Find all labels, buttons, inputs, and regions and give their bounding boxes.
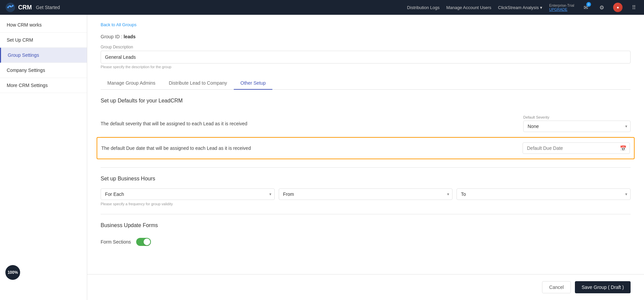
group-id-value: leads [123,34,136,39]
due-date-input-wrapper: 📅 [523,142,630,154]
grid-menu-button[interactable]: ⠿ [629,3,639,12]
section2-title: Set up Business Hours [101,176,631,182]
sidebar-item-label: Group Settings [8,52,39,58]
toggle-thumb [144,239,150,245]
form-sections-toggle[interactable] [136,238,151,246]
top-navigation: CRM Get Started Distribution Logs Manage… [0,0,644,15]
sidebar-item-set-up-crm[interactable]: Set Up CRM [0,33,87,48]
clickstream-chevron: ▾ [540,5,542,10]
footer-bar: Cancel Save Group ( Draft ) [87,274,644,300]
tab-label: Distribute Lead to Company [169,80,227,86]
section3-title: Business Update Forms [101,222,631,228]
sidebar-item-more-crm-settings[interactable]: More CRM Settings [0,78,87,93]
sidebar-item-how-crm-works[interactable]: How CRM works [0,17,87,33]
group-id-row: Group ID : leads [101,34,631,39]
settings-button[interactable]: ⚙ [597,3,606,12]
avatar-icon: ● [616,5,619,10]
due-date-input[interactable] [523,142,630,154]
from-select-container: From ▾ [279,188,453,200]
main-content: Back to All Groups Group ID : leads Grou… [87,15,644,300]
tab-content: Set up Defaults for your LeadCRM The def… [101,90,631,257]
sidebar-item-group-settings[interactable]: Group Settings [0,48,87,63]
grid-icon: ⠿ [632,4,636,11]
save-group-button[interactable]: Save Group ( Draft ) [575,281,631,293]
clickstream-label: ClickStream Analysis [498,5,539,10]
for-each-wrapper: For Each ▾ [101,188,275,200]
severity-setting-row: The default severity that will be assign… [101,111,631,137]
manage-account-users-link[interactable]: Manage Account Users [446,5,491,10]
sidebar: How CRM works Set Up CRM Group Settings … [0,15,87,300]
section1-title: Set up Defaults for your LeadCRM [101,98,631,104]
notification-badge: 0 [586,2,591,7]
crm-logo-icon [5,2,15,12]
logo[interactable]: CRM [5,2,32,12]
upgrade-section: Enterprise-Trial UPGRADE [549,3,574,11]
tab-other-setup[interactable]: Other Setup [234,77,273,90]
zoom-badge: 100% [5,265,20,280]
sidebar-item-company-settings[interactable]: Company Settings [0,63,87,78]
for-each-select[interactable]: For Each [101,188,275,200]
sidebar-item-label: Company Settings [7,68,45,73]
tab-manage-group-admins[interactable]: Manage Group Admins [101,77,162,90]
tabs-row: Manage Group Admins Distribute Lead to C… [101,77,631,90]
toggle-track [136,238,151,246]
sidebar-item-label: How CRM works [7,22,42,28]
severity-select[interactable]: None Low Medium High Critical [523,121,631,132]
svg-point-1 [7,7,9,8]
distribution-logs-link[interactable]: Distribution Logs [407,5,440,10]
group-description-field: Group Description Please specify the des… [101,45,631,69]
group-description-hint: Please specify the description for the g… [101,65,631,69]
due-date-setting-row: The default Due date that will be assign… [97,137,635,159]
to-wrapper: To ▾ [457,188,631,200]
gear-icon: ⚙ [599,4,604,11]
due-date-label: The default Due date that will be assign… [101,145,523,151]
section-divider-2 [101,214,631,214]
business-hours-hint: Please specify a frequency for group val… [101,202,631,206]
severity-select-wrapper: Default Severity None Low Medium High Cr… [523,115,631,132]
user-avatar[interactable]: ● [613,3,623,12]
for-each-select-container: For Each ▾ [101,188,275,200]
nav-right: Distribution Logs Manage Account Users C… [407,3,639,12]
group-description-label: Group Description [101,45,631,49]
enterprise-trial-label: Enterprise-Trial [549,3,574,7]
tab-label: Manage Group Admins [107,80,155,86]
page-wrapper: How CRM works Set Up CRM Group Settings … [0,0,644,300]
tab-distribute-lead[interactable]: Distribute Lead to Company [162,77,234,90]
svg-point-0 [6,3,15,12]
to-select-container: To ▾ [457,188,631,200]
svg-point-2 [12,5,14,7]
to-select[interactable]: To [457,188,631,200]
brand-name: CRM [18,4,32,11]
upgrade-link[interactable]: UPGRADE [549,7,567,11]
notifications-button[interactable]: ✉ 0 [581,3,590,12]
sidebar-item-label: Set Up CRM [7,37,33,43]
section-divider-1 [101,167,631,168]
get-started-link[interactable]: Get Started [36,5,60,10]
nav-left: CRM Get Started [5,2,60,12]
group-id-label: Group ID : [101,34,122,39]
clickstream-analysis-dropdown[interactable]: ClickStream Analysis ▾ [498,5,542,10]
from-wrapper: From ▾ [279,188,453,200]
cancel-button[interactable]: Cancel [542,281,571,293]
sidebar-item-label: More CRM Settings [7,83,48,88]
business-hours-row: For Each ▾ From ▾ [101,188,631,200]
form-sections-row: Form Sections [101,235,631,249]
severity-select-label: Default Severity [523,115,631,119]
svg-point-3 [10,6,11,7]
from-select[interactable]: From [279,188,453,200]
tab-label: Other Setup [240,80,266,86]
severity-label: The default severity that will be assign… [101,121,523,126]
back-to-all-groups-link[interactable]: Back to All Groups [101,22,137,27]
severity-select-container: None Low Medium High Critical ▾ [523,121,631,132]
form-sections-label: Form Sections [101,239,131,245]
group-description-input[interactable] [101,51,631,63]
